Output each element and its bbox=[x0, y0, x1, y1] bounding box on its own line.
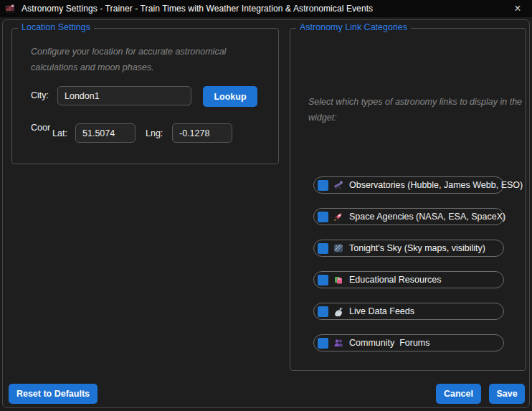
save-button[interactable]: Save bbox=[489, 384, 525, 404]
window-title: Astronomy Settings - Trainer - Train Tim… bbox=[22, 4, 373, 14]
lat-label: Lat: bbox=[52, 128, 67, 138]
reset-defaults-button[interactable]: Reset to Defaults bbox=[9, 384, 98, 404]
category-row[interactable]: Tonight's Sky (Sky maps, visibility) bbox=[313, 240, 504, 257]
category-checkbox[interactable] bbox=[318, 212, 328, 222]
category-checkbox[interactable] bbox=[318, 243, 328, 254]
lat-input[interactable] bbox=[75, 123, 136, 143]
category-row[interactable]: Community Forums bbox=[313, 334, 504, 351]
satellite-icon bbox=[333, 306, 344, 317]
train-app-icon bbox=[4, 3, 16, 14]
category-label: Educational Resources bbox=[349, 275, 442, 285]
category-checkbox[interactable] bbox=[318, 180, 328, 191]
milky-way-icon bbox=[333, 243, 344, 254]
astronomy-categories-group: Astronomy Link Categories Select which t… bbox=[290, 28, 526, 371]
dialog-content: Location Settings Configure your locatio… bbox=[2, 19, 530, 408]
lookup-button[interactable]: Lookup bbox=[203, 86, 257, 107]
lng-label: Lng: bbox=[146, 128, 163, 138]
category-checkbox[interactable] bbox=[318, 338, 328, 349]
category-label: Live Data Feeds bbox=[349, 306, 414, 316]
lng-input[interactable] bbox=[172, 123, 232, 143]
astronomy-categories-legend: Astronomy Link Categories bbox=[296, 22, 411, 32]
cancel-button[interactable]: Cancel bbox=[436, 384, 481, 404]
category-checkbox[interactable] bbox=[318, 275, 328, 285]
title-bar: Astronomy Settings - Trainer - Train Tim… bbox=[0, 0, 532, 17]
categories-description: Select which types of astronomy links to… bbox=[308, 95, 523, 126]
location-settings-group: Location Settings Configure your locatio… bbox=[11, 28, 279, 164]
category-row[interactable]: Space Agencies (NASA, ESA, SpaceX) bbox=[313, 208, 504, 225]
category-row[interactable]: Live Data Feeds bbox=[313, 303, 504, 320]
category-label: Observatories (Hubble, James Webb, ESO) bbox=[349, 180, 523, 190]
city-input[interactable] bbox=[57, 86, 191, 105]
coordinates-label: Coordinates: bbox=[31, 123, 50, 133]
books-icon bbox=[333, 275, 344, 285]
rocket-icon bbox=[333, 212, 344, 222]
category-label: Community Forums bbox=[349, 338, 430, 348]
category-row[interactable]: Observatories (Hubble, James Webb, ESO) bbox=[313, 176, 504, 194]
dialog-window: Astronomy Settings - Trainer - Train Tim… bbox=[0, 0, 532, 411]
location-description: Configure your location for accurate ast… bbox=[31, 44, 235, 76]
category-checkbox[interactable] bbox=[318, 306, 328, 317]
category-label: Tonight's Sky (Sky maps, visibility) bbox=[349, 243, 485, 253]
location-settings-legend: Location Settings bbox=[18, 22, 94, 32]
close-icon[interactable]: × bbox=[503, 0, 532, 17]
telescope-icon bbox=[333, 180, 344, 191]
category-row[interactable]: Educational Resources bbox=[313, 271, 504, 288]
city-label: City: bbox=[31, 90, 49, 100]
category-list: Observatories (Hubble, James Webb, ESO) … bbox=[313, 176, 504, 366]
category-label: Space Agencies (NASA, ESA, SpaceX) bbox=[349, 212, 505, 222]
people-icon bbox=[333, 338, 344, 349]
